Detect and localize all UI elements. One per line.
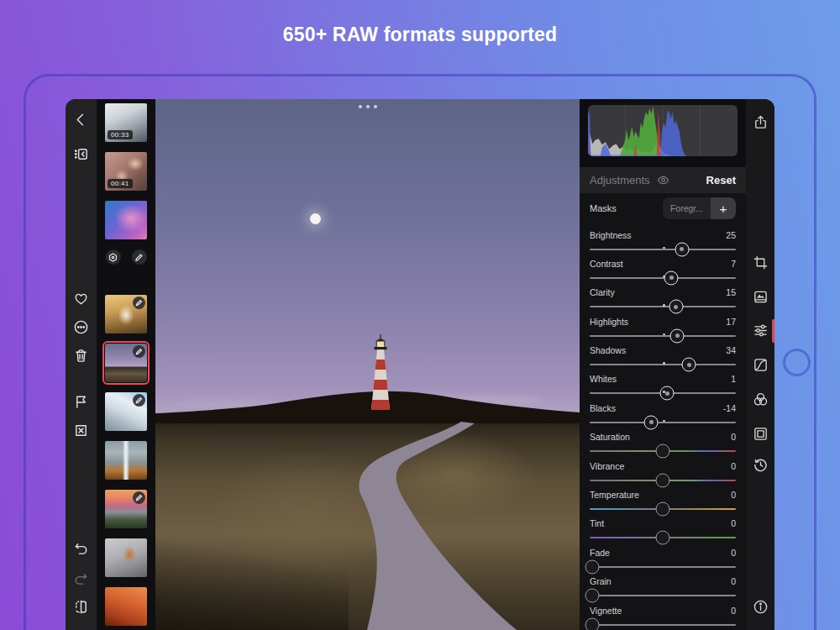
slider-track[interactable] [590,364,736,365]
share-export-icon[interactable] [752,113,769,130]
reject-flag-icon[interactable] [72,422,90,439]
slider-knob[interactable] [656,473,670,487]
slider-value: 1 [731,374,736,384]
slider-track[interactable] [590,422,736,423]
slider-track[interactable] [590,249,736,250]
compare-icon[interactable] [72,598,90,616]
slider-track[interactable] [590,480,736,481]
undo-icon[interactable] [72,539,90,557]
slider-knob[interactable] [670,328,685,343]
slider-knob[interactable] [656,531,670,545]
preset-hexagon-icon[interactable] [106,249,121,265]
slider-label: Brightness [590,230,632,240]
slider-track[interactable] [590,624,736,626]
add-mask-button[interactable]: + [711,197,736,219]
slider-knob[interactable] [675,242,689,256]
slider-track[interactable] [590,595,736,596]
photo-edit-icon[interactable] [752,288,769,305]
slider-grain[interactable]: Grain0 [590,572,736,601]
histogram-area [580,99,746,167]
slider-track[interactable] [590,450,736,452]
border-frame-icon[interactable] [752,425,769,442]
thumbnail-orange-stairs[interactable] [105,587,147,626]
preview-eye-icon[interactable] [657,174,669,186]
history-icon[interactable] [752,456,769,473]
slider-label: Highlights [590,317,628,327]
trash-icon[interactable] [72,347,90,365]
thumbnail-city-architecture[interactable] [105,392,147,431]
thumbnail-person-steps[interactable] [105,538,147,577]
slider-label: Contrast [590,259,623,269]
slider-value: 15 [726,287,736,297]
photo-editor-window: 00:3300:41 [66,99,774,630]
slider-knob[interactable] [682,358,696,372]
slider-contrast[interactable]: Contrast7 [590,255,736,283]
reset-button[interactable]: Reset [706,174,736,186]
masks-row: Masks Foregr... + [580,193,746,224]
slider-brightness[interactable]: Brightness25 [590,226,736,255]
slider-track[interactable] [590,335,736,337]
redo-icon[interactable] [72,570,90,587]
crop-icon[interactable] [752,254,769,270]
back-icon[interactable] [72,111,90,129]
video-duration-badge: 00:41 [108,179,133,188]
more-dots-handle[interactable] [359,105,377,108]
mask-selector[interactable]: Foregr... [663,197,711,219]
slider-tint[interactable]: Tint0 [590,514,736,543]
slider-blacks[interactable]: Blacks-14 [590,399,736,428]
info-icon[interactable] [752,598,769,615]
slider-knob[interactable] [656,444,670,459]
color-mixer-icon[interactable] [752,391,769,407]
slider-track[interactable] [590,508,736,510]
thumbnail-video-snow[interactable]: 00:33 [105,103,147,142]
active-tool-indicator [772,319,775,343]
slider-value: 25 [726,230,736,240]
marketing-background: 650+ RAW formats supported 00:3300:41 [0,0,840,630]
slider-whites[interactable]: Whites1 [590,370,736,398]
slider-knob[interactable] [669,300,683,314]
slider-value: -14 [723,403,736,413]
slider-knob[interactable] [660,386,675,401]
thumbnail-lighthouse-dusk[interactable] [105,344,147,382]
moon [310,213,321,224]
slider-track[interactable] [590,566,736,568]
adjustments-panel: Adjustments Reset Masks Foregr... + Brig… [580,99,746,630]
slider-track[interactable] [590,537,736,538]
slider-track[interactable] [590,392,736,394]
adjust-sliders-icon[interactable] [752,322,769,339]
slider-value: 0 [731,461,736,471]
page-title: 650+ RAW formats supported [0,24,840,46]
flag-icon[interactable] [72,393,90,411]
edited-pencil-icon[interactable] [132,249,147,265]
filmstrip-toggle-icon[interactable] [72,145,90,163]
slider-knob[interactable] [585,589,600,603]
slider-track[interactable] [590,306,736,307]
slider-knob[interactable] [585,559,600,574]
slider-value: 0 [731,432,736,442]
slider-label: Clarity [590,287,615,297]
right-toolbar [746,99,774,630]
slider-shadows[interactable]: Shadows34 [590,341,736,370]
thumbnail-neon-portrait[interactable] [105,201,147,239]
thumbnail-sunset-mountain[interactable] [105,490,147,528]
slider-label: Grain [590,576,612,586]
slider-knob[interactable] [656,502,670,517]
thumbnail-field-portrait[interactable] [105,295,147,333]
curves-icon[interactable] [752,356,769,373]
slider-knob[interactable] [585,617,600,630]
slider-value: 0 [731,518,736,528]
thumbnail-waterfall-cliff[interactable] [105,441,147,480]
slider-fade[interactable]: Fade0 [590,543,736,572]
slider-vibrance[interactable]: Vibrance0 [590,457,736,486]
more-options-icon[interactable] [72,318,90,336]
slider-vignette[interactable]: Vignette0 [590,601,736,630]
slider-track[interactable] [590,277,736,279]
slider-knob[interactable] [664,270,679,285]
slider-knob[interactable] [644,415,659,429]
thumbnail-video-family[interactable]: 00:41 [105,152,147,191]
slider-saturation[interactable]: Saturation0 [590,428,736,456]
slider-clarity[interactable]: Clarity15 [590,283,736,312]
heart-icon[interactable] [72,290,90,307]
slider-temperature[interactable]: Temperature0 [590,486,736,514]
slider-highlights[interactable]: Highlights17 [590,312,736,341]
